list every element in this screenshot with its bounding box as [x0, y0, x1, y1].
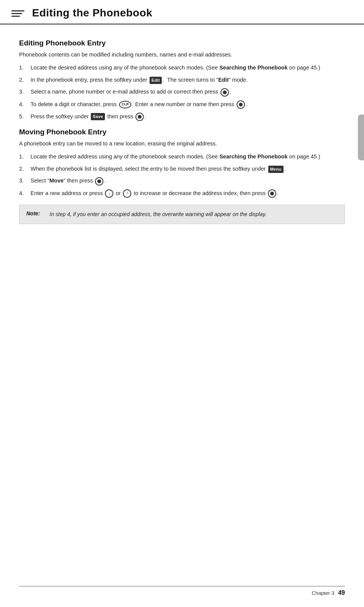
- moving-step-4: 4. Enter a new address or press ↓ or ↑ t…: [19, 189, 345, 198]
- step-text-4: To delete a digit or character, press CL…: [31, 100, 345, 109]
- page-header: Editing the Phonebook: [0, 0, 364, 24]
- moving-step-num-4: 4.: [19, 189, 30, 197]
- step-num-4: 4.: [19, 100, 30, 108]
- editing-step-5: 5. Press the softkey under Save then pre…: [19, 112, 345, 121]
- header-icon-line1: [11, 10, 24, 11]
- header-icon: [11, 10, 24, 17]
- moving-step-text-1: Locate the desired address using any of …: [31, 152, 345, 161]
- step-num-5: 5.: [19, 112, 30, 121]
- moving-step-num-3: 3.: [19, 176, 30, 185]
- moving-step-num-2: 2.: [19, 165, 30, 173]
- ok-button-icon-2: [237, 100, 245, 109]
- menu-badge: Menu: [268, 166, 283, 173]
- section-title-editing: Editing Phonebook Entry: [19, 39, 345, 47]
- moving-step-text-3: Select "Move" then press .: [31, 176, 345, 185]
- step-text-2: In the phonebook entry, press the softke…: [31, 76, 345, 84]
- moving-step-text-4: Enter a new address or press ↓ or ↑ to i…: [31, 189, 345, 198]
- step-text-1: Locate the desired address using any of …: [31, 63, 345, 72]
- editing-step-1: 1. Locate the desired address using any …: [19, 63, 345, 72]
- step-num-1: 1.: [19, 63, 30, 72]
- down-arrow-icon: ↓: [105, 189, 113, 198]
- editing-step-4: 4. To delete a digit or character, press…: [19, 100, 345, 109]
- editing-step-2: 2. In the phonebook entry, press the sof…: [19, 76, 345, 84]
- moving-steps-list: 1. Locate the desired address using any …: [19, 152, 345, 197]
- step-num-3: 3.: [19, 87, 30, 96]
- step-text-3: Select a name, phone number or e-mail ad…: [31, 87, 345, 96]
- header-icon-line3: [11, 16, 20, 17]
- moving-step-num-1: 1.: [19, 152, 30, 161]
- step-text-5: Press the softkey under Save then press …: [31, 112, 345, 121]
- footer-chapter: Chapter 3: [312, 590, 334, 596]
- footer-page-number: 49: [338, 589, 345, 596]
- ok-button-icon-4: [95, 177, 103, 186]
- section-title-moving: Moving Phonebook Entry: [19, 128, 345, 136]
- header-icon-line2: [11, 13, 22, 14]
- edit-badge: Edit: [150, 77, 162, 84]
- ok-button-icon-3: [135, 113, 144, 121]
- moving-step-1: 1. Locate the desired address using any …: [19, 152, 345, 161]
- editing-steps-list: 1. Locate the desired address using any …: [19, 63, 345, 121]
- ok-button-icon-1: [221, 88, 229, 97]
- editing-intro: Phonebook contents can be modified inclu…: [19, 50, 345, 59]
- up-arrow-icon: ↑: [123, 189, 131, 198]
- clr-badge: CLR: [119, 101, 132, 108]
- note-text: In step 4, if you enter an occupied addr…: [50, 210, 267, 218]
- note-label: Note:: [26, 210, 47, 216]
- main-content: Editing Phonebook Entry Phonebook conten…: [0, 24, 364, 236]
- editing-step-3: 3. Select a name, phone number or e-mail…: [19, 87, 345, 96]
- page-footer: Chapter 3 49: [19, 586, 345, 596]
- page-title: Editing the Phonebook: [32, 7, 152, 19]
- moving-step-2: 2. When the phonebook list is displayed,…: [19, 165, 345, 173]
- note-box: Note: In step 4, if you enter an occupie…: [19, 205, 345, 224]
- step-num-2: 2.: [19, 76, 30, 84]
- moving-intro: A phonebook entry can be moved to a new …: [19, 139, 345, 148]
- ok-button-icon-5: [268, 189, 276, 198]
- scrollbar[interactable]: [358, 115, 364, 160]
- moving-step-text-2: When the phonebook list is displayed, se…: [31, 165, 345, 173]
- moving-step-3: 3. Select "Move" then press .: [19, 176, 345, 185]
- save-badge: Save: [91, 113, 105, 120]
